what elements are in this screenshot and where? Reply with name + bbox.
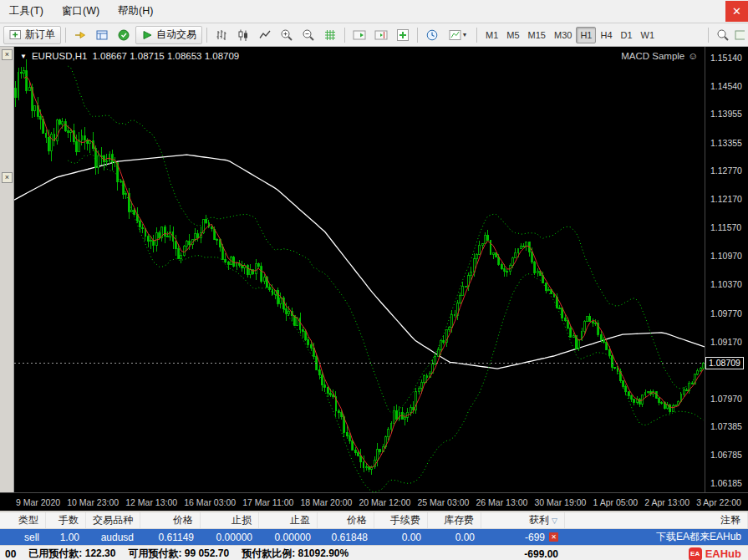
candlestick-mode-button[interactable] (233, 26, 253, 44)
chart-shift-button[interactable] (371, 26, 391, 44)
menubar: 工具(T) 窗口(W) 帮助(H) ✕ (0, 0, 748, 23)
used-margin: 已用预付款: 122.30 (28, 547, 115, 560)
auto-scroll-button[interactable] (349, 26, 369, 44)
sort-indicator-icon[interactable]: ▽ (552, 517, 557, 525)
order-row[interactable]: sell 1.00 audusd 0.61149 0.00000 0.00000… (0, 529, 748, 545)
close-position-button[interactable]: ✕ (549, 532, 558, 542)
data-window-button[interactable] (92, 26, 112, 44)
profit-header-label: 获利 (529, 513, 549, 527)
sound-icon (117, 28, 130, 42)
chart-ohlc-values: 1.08667 1.08715 1.08653 1.08709 (92, 51, 239, 61)
price-axis-label: 1.13355 (710, 138, 742, 148)
price-axis-label: 1.09770 (710, 308, 742, 318)
order-swap: 0.00 (428, 532, 481, 543)
price-chart[interactable] (14, 47, 705, 492)
timeframe-button-M15[interactable]: M15 (524, 27, 550, 43)
periods-button[interactable] (422, 26, 442, 44)
close-panel-button-top[interactable]: × (2, 49, 13, 60)
col-header-comment[interactable]: 注释 (565, 512, 748, 528)
window-close-button[interactable]: ✕ (725, 1, 748, 22)
menu-window[interactable]: 窗口(W) (53, 0, 109, 23)
menu-tools[interactable]: 工具(T) (0, 0, 53, 23)
col-header-lots[interactable]: 手数 (46, 512, 86, 528)
line-chart-mode-button[interactable] (255, 26, 275, 44)
grid-button[interactable] (320, 26, 340, 44)
zoom-out-icon (302, 28, 315, 42)
templates-button[interactable]: ▼ (444, 26, 472, 44)
one-click-trading-toggle-icon[interactable]: ▼ (20, 53, 27, 60)
order-profit: -699 (525, 532, 545, 543)
col-header-profit[interactable]: 获利 ▽ (481, 512, 565, 528)
bar-chart-mode-button[interactable] (211, 26, 232, 44)
terminal-header-row: 类型 手数 交易品种 价格 止损 止盈 价格 手续费 库存费 获利 ▽ 注释 (0, 512, 748, 529)
col-header-price[interactable]: 价格 (318, 512, 374, 528)
price-axis-label: 1.11570 (710, 222, 741, 232)
menu-help[interactable]: 帮助(H) (109, 0, 162, 23)
time-axis[interactable]: 9 Mar 202010 Mar 23:0012 Mar 13:0016 Mar… (0, 492, 748, 511)
order-symbol: audusd (86, 532, 140, 543)
timeframe-button-H1[interactable]: H1 (576, 27, 596, 43)
status-fragment: 00 (5, 548, 16, 560)
separator (476, 28, 477, 43)
close-panel-button-bottom[interactable]: × (2, 172, 13, 183)
chart-symbol-period: EURUSD,H1 (32, 51, 87, 61)
order-stop-loss: 0.00000 (201, 532, 259, 543)
dropdown-arrow-icon: ▼ (462, 32, 468, 38)
separator (417, 28, 418, 43)
col-header-open-price[interactable]: 价格 (140, 512, 201, 528)
search-icon (716, 28, 730, 42)
metaeditor-button[interactable] (70, 26, 90, 44)
current-price-box: 1.08709 (705, 357, 744, 369)
time-axis-label: 16 Mar 03:00 (184, 497, 236, 507)
timeframe-button-H4[interactable]: H4 (596, 27, 616, 43)
new-order-button[interactable]: 新订单 (3, 26, 61, 44)
zoom-in-icon (280, 28, 293, 42)
candlestick-chart-icon (237, 28, 250, 42)
autotrading-button[interactable]: 自动交易 (135, 26, 202, 44)
new-order-label: 新订单 (25, 28, 55, 42)
timeframe-button-W1[interactable]: W1 (637, 27, 659, 43)
clipped-toolbar-button[interactable] (735, 26, 745, 44)
col-header-swap[interactable]: 库存费 (428, 512, 481, 528)
left-panel-strip: × × (0, 47, 14, 492)
col-header-commission[interactable]: 手续费 (374, 512, 428, 528)
timeframe-button-D1[interactable]: D1 (617, 27, 637, 43)
search-button[interactable] (713, 26, 733, 44)
price-axis-label: 1.06785 (710, 450, 742, 460)
eahub-logo: EA EAHub (689, 547, 741, 560)
col-header-type[interactable]: 类型 (0, 512, 46, 528)
sound-button[interactable] (114, 26, 134, 44)
free-margin: 可用预付款: 99 052.70 (128, 547, 229, 560)
zoom-in-button[interactable] (277, 26, 297, 44)
price-axis-label: 1.07385 (710, 421, 742, 431)
price-axis-label: 1.10970 (710, 251, 742, 261)
add-indicator-button[interactable] (393, 26, 413, 44)
time-axis-label: 26 Mar 13:00 (476, 497, 527, 507)
autotrading-label: 自动交易 (156, 28, 196, 42)
order-take-profit: 0.00000 (259, 532, 318, 543)
clock-icon (425, 28, 439, 42)
timeframe-button-M30[interactable]: M30 (550, 27, 576, 43)
template-icon (449, 28, 462, 42)
timeframe-button-M1[interactable]: M1 (481, 27, 502, 43)
autotrading-play-icon (141, 29, 153, 41)
time-axis-label: 9 Mar 2020 (16, 497, 60, 507)
order-lots: 1.00 (46, 532, 86, 543)
order-profit-cell: -699 ✕ (481, 532, 565, 543)
timeframe-group: M1M5M15M30H1H4D1W1 (481, 27, 659, 43)
timeframe-button-M5[interactable]: M5 (502, 27, 523, 43)
toolbar: 新订单 自动交易 (0, 23, 748, 47)
order-type: sell (0, 532, 46, 543)
time-axis-label: 3 Apr 22:00 (696, 497, 741, 507)
time-axis-label: 18 Mar 20:00 (300, 497, 352, 507)
ea-smiley-icon[interactable]: ☺ (688, 51, 698, 61)
price-axis-label: 1.14540 (710, 81, 742, 91)
eahub-logo-text: EAHub (705, 547, 741, 560)
zoom-out-button[interactable] (298, 26, 318, 44)
bar-chart-icon (215, 28, 228, 42)
col-header-stop-loss[interactable]: 止损 (201, 512, 259, 528)
col-header-take-profit[interactable]: 止盈 (259, 512, 318, 528)
price-axis[interactable]: 1.151401.145401.139551.133551.127701.121… (705, 47, 748, 492)
price-axis-label: 1.06185 (710, 478, 742, 488)
col-header-symbol[interactable]: 交易品种 (86, 512, 140, 528)
